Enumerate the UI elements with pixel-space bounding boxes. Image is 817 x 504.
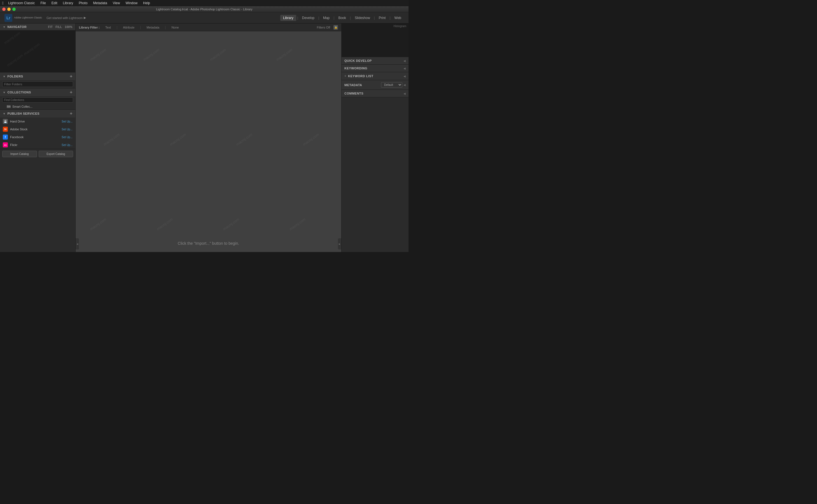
library-filter-bar: Library Filter : Text | Attribute | Meta… xyxy=(76,23,341,31)
add-keyword-button[interactable]: + xyxy=(344,74,346,78)
title-bar: Lightroom Catalog.lrcat - Adobe Photosho… xyxy=(0,6,408,12)
left-panel-collapse-tab[interactable]: ◀ xyxy=(76,238,79,249)
smart-collections-item[interactable]: Sm Smart Collec... xyxy=(0,104,75,109)
keywording-label: Keywording xyxy=(344,67,367,70)
menu-window[interactable]: Window xyxy=(123,1,140,6)
apple-menu[interactable]:  xyxy=(2,1,4,5)
navigator-title: Navigator xyxy=(7,25,27,29)
folders-header[interactable]: ▼ Folders + xyxy=(0,72,75,80)
facebook-service[interactable]: f Facebook Set Up... xyxy=(0,133,75,141)
module-map[interactable]: Map xyxy=(320,15,332,21)
module-bar: Lr Adobe Lightroom Classic Get started w… xyxy=(0,12,408,23)
quick-develop-section[interactable]: Quick Develop ◀ xyxy=(342,57,408,65)
adobe-stock-label: Adobe Stock xyxy=(10,128,27,131)
module-library[interactable]: Library xyxy=(280,15,296,21)
adobe-stock-icon: St xyxy=(3,127,8,132)
menu-edit[interactable]: Edit xyxy=(49,1,60,6)
minimize-button[interactable] xyxy=(7,8,11,11)
keyword-list-arrow: ◀ xyxy=(403,75,406,78)
histogram-label: Histogram xyxy=(393,25,406,28)
add-collection-button[interactable]: + xyxy=(70,90,72,95)
import-catalog-button[interactable]: Import Catalog xyxy=(2,151,37,157)
module-book[interactable]: Book xyxy=(335,15,349,21)
flickr-icon: ●● xyxy=(3,142,8,147)
window-title: Lightroom Catalog.lrcat - Adobe Photosho… xyxy=(156,8,252,11)
smart-collection-label: Smart Collec... xyxy=(12,105,32,108)
add-publish-service-button[interactable]: + xyxy=(70,111,72,116)
publish-services-header[interactable]: ▼ Publish Services + xyxy=(0,110,75,117)
flickr-label: Flickr xyxy=(10,143,17,147)
keyword-list-section[interactable]: + Keyword List ◀ xyxy=(342,72,408,80)
collections-search-input[interactable] xyxy=(2,97,73,103)
maximize-button[interactable] xyxy=(12,8,16,11)
quick-develop-arrow: ◀ xyxy=(403,59,406,62)
flickr-setup[interactable]: Set Up... xyxy=(62,143,72,147)
menu-photo[interactable]: Photo xyxy=(76,1,90,6)
center-panel: Library Filter : Text | Attribute | Meta… xyxy=(76,23,341,252)
empty-library-message: Click the "Import..." button to begin. xyxy=(178,241,239,246)
right-panel-collapse-tab[interactable]: ▶ xyxy=(338,238,341,249)
close-button[interactable] xyxy=(2,8,6,11)
navigator-header[interactable]: ▼ Navigator Fit Fill 100% xyxy=(0,23,75,30)
hard-drive-setup[interactable]: Set Up... xyxy=(62,120,72,123)
menu-metadata[interactable]: Metadata xyxy=(91,1,109,6)
publish-services-section: ▼ Publish Services + 💾 Hard Drive Set Up… xyxy=(0,110,75,149)
facebook-label: Facebook xyxy=(10,135,23,139)
menu-file[interactable]: File xyxy=(38,1,48,6)
nav-percent[interactable]: 100% xyxy=(65,25,72,29)
folder-filter-input[interactable] xyxy=(2,81,73,87)
histogram-area: Histogram xyxy=(342,23,408,57)
comments-section[interactable]: Comments ◀ xyxy=(342,90,408,97)
lr-logo-box: Lr xyxy=(4,14,12,22)
menu-help[interactable]: Help xyxy=(141,1,152,6)
facebook-setup[interactable]: Set Up... xyxy=(62,136,72,139)
filter-text-button[interactable]: Text xyxy=(103,25,113,30)
filter-attribute-button[interactable]: Attribute xyxy=(121,25,137,30)
folders-section: ▼ Folders + xyxy=(0,72,75,88)
menu-lightroom[interactable]: Lightroom Classic xyxy=(6,1,37,6)
filters-off-button[interactable]: Filters Off xyxy=(317,26,330,29)
hard-drive-label: Hard Drive xyxy=(10,120,25,123)
keywording-section[interactable]: Keywording ◀ xyxy=(342,65,408,72)
flickr-service[interactable]: ●● Flickr Set Up... xyxy=(0,141,75,149)
left-panel: ▼ Navigator Fit Fill 100% macmj.com macm… xyxy=(0,23,76,252)
menu-library[interactable]: Library xyxy=(61,1,76,6)
comments-label: Comments xyxy=(344,92,363,95)
nav-fit[interactable]: Fit xyxy=(48,25,53,29)
folders-title: Folders xyxy=(7,75,23,78)
module-develop[interactable]: Develop xyxy=(299,15,317,21)
collections-search-bar xyxy=(0,96,75,104)
mac-menu-bar:  Lightroom Classic File Edit Library Ph… xyxy=(0,0,408,6)
collections-toggle: ▼ xyxy=(3,91,6,94)
add-folder-button[interactable]: + xyxy=(70,74,72,79)
filter-lock-button[interactable]: 🔒 xyxy=(334,25,338,30)
module-print[interactable]: Print xyxy=(376,15,389,21)
metadata-preset-dropdown[interactable]: Default xyxy=(381,82,402,88)
collections-section: ▼ Collections + Sm Smart Collec... xyxy=(0,88,75,110)
adobe-stock-setup[interactable]: Set Up... xyxy=(62,128,72,131)
facebook-icon: f xyxy=(3,135,8,140)
filter-metadata-button[interactable]: Metadata xyxy=(144,25,161,30)
adobe-stock-service[interactable]: St Adobe Stock Set Up... xyxy=(0,125,75,133)
right-panel: Histogram Quick Develop ◀ Keywording ◀ +… xyxy=(341,23,408,252)
hard-drive-service[interactable]: 💾 Hard Drive Set Up... xyxy=(0,117,75,125)
menu-view[interactable]: View xyxy=(111,1,122,6)
metadata-label: Metadata xyxy=(344,83,362,87)
metadata-arrow: ◀ xyxy=(403,83,406,86)
keyword-list-label: Keyword List xyxy=(348,74,373,78)
navigator-section: ▼ Navigator Fit Fill 100% macmj.com macm… xyxy=(0,23,75,72)
filter-none-button[interactable]: None xyxy=(169,25,181,30)
nav-fill[interactable]: Fill xyxy=(55,25,62,29)
export-catalog-button[interactable]: Export Catalog xyxy=(39,151,73,157)
smart-collection-icon: Sm xyxy=(7,105,11,108)
collections-header[interactable]: ▼ Collections + xyxy=(0,88,75,96)
module-nav: Library | Develop | Map | Book | Slidesh… xyxy=(280,15,404,21)
module-slideshow[interactable]: Slideshow xyxy=(352,15,373,21)
library-filter-label: Library Filter : xyxy=(79,26,100,29)
module-web[interactable]: Web xyxy=(392,15,404,21)
photo-area: macmj.com macmj.com macmj.com macmj.com … xyxy=(76,31,341,252)
metadata-section[interactable]: Metadata Default ◀ xyxy=(342,80,408,90)
get-started-arrow[interactable]: ▶ xyxy=(84,16,86,20)
folder-filter-bar xyxy=(0,80,75,88)
comments-arrow: ◀ xyxy=(403,92,406,95)
